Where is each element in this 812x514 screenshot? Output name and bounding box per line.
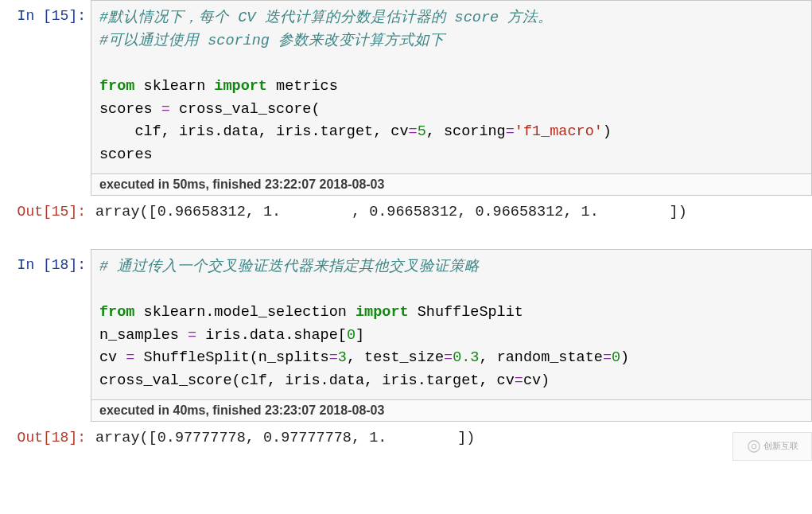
kw-import: import bbox=[214, 78, 267, 95]
input-content: # 通过传入一个交叉验证迭代器来指定其他交叉验证策略 from sklearn.… bbox=[91, 249, 812, 422]
paren: ) bbox=[603, 123, 612, 140]
paren: ) bbox=[620, 349, 629, 366]
input-content: #默认情况下，每个 CV 迭代计算的分数是估计器的 score 方法。 #可以通… bbox=[91, 0, 812, 196]
args: , test_size bbox=[347, 349, 444, 366]
num: 5 bbox=[418, 123, 426, 140]
watermark-logo: 创新互联 bbox=[732, 432, 812, 461]
cell-gap bbox=[0, 235, 812, 249]
call: cross_val_score(clf, iris.data, iris.tar… bbox=[99, 372, 515, 389]
op-eq: = bbox=[188, 327, 196, 344]
call: ShuffleSplit(n_splits bbox=[134, 349, 328, 366]
in-prompt: In [18]: bbox=[0, 249, 91, 422]
kw-import: import bbox=[355, 304, 409, 321]
watermark-text: 创新互联 bbox=[763, 440, 798, 452]
module: sklearn bbox=[134, 78, 214, 95]
output-cell: Out[15]: array([0.96658312, 1. , 0.96658… bbox=[0, 196, 812, 235]
op-eq: = bbox=[603, 349, 612, 366]
op-eq: = bbox=[515, 372, 523, 389]
module-tail: ShuffleSplit bbox=[409, 304, 523, 321]
output-content: array([0.97777778, 0.97777778, 1. ]) bbox=[91, 422, 812, 461]
module-tail: metrics bbox=[267, 78, 338, 95]
output-content: array([0.96658312, 1. , 0.96658312, 0.96… bbox=[91, 196, 812, 235]
call: cross_val_score( bbox=[170, 101, 321, 118]
string: 'f1_macro' bbox=[515, 123, 603, 140]
comment: #可以通过使用 scoring 参数来改变计算方式如下 bbox=[99, 33, 445, 49]
op-eq: = bbox=[329, 349, 338, 366]
op-eq: = bbox=[161, 101, 170, 118]
comment: #默认情况下，每个 CV 迭代计算的分数是估计器的 score 方法。 bbox=[99, 10, 553, 26]
var: cv bbox=[99, 349, 126, 366]
num: 3 bbox=[338, 349, 347, 366]
num: 0 bbox=[612, 349, 620, 366]
output-text: array([0.96658312, 1. , 0.96658312, 0.96… bbox=[91, 196, 812, 235]
comment: # 通过传入一个交叉验证迭代器来指定其他交叉验证策略 bbox=[99, 259, 480, 275]
input-cell: In [18]: # 通过传入一个交叉验证迭代器来指定其他交叉验证策略 from… bbox=[0, 249, 812, 422]
num: 0 bbox=[347, 327, 355, 344]
args: , random_state bbox=[479, 349, 602, 366]
op-eq: = bbox=[126, 349, 134, 366]
module: sklearn.model_selection bbox=[134, 304, 355, 321]
output-text: array([0.97777778, 0.97777778, 1. ]) bbox=[91, 422, 812, 461]
svg-point-1 bbox=[752, 444, 756, 448]
bracket: ] bbox=[355, 327, 364, 344]
kw-from: from bbox=[99, 304, 134, 321]
kw-from: from bbox=[99, 78, 134, 95]
var: scores bbox=[99, 146, 153, 163]
op-eq: = bbox=[409, 123, 418, 140]
var: scores bbox=[99, 101, 161, 118]
code-area[interactable]: #默认情况下，每个 CV 迭代计算的分数是估计器的 score 方法。 #可以通… bbox=[91, 0, 812, 174]
input-cell: In [15]: #默认情况下，每个 CV 迭代计算的分数是估计器的 score… bbox=[0, 0, 812, 196]
num: 0.3 bbox=[453, 349, 479, 366]
output-cell: Out[18]: array([0.97777778, 0.97777778, … bbox=[0, 422, 812, 461]
execution-status: executed in 40ms, finished 23:23:07 2018… bbox=[91, 400, 812, 422]
svg-point-0 bbox=[748, 441, 759, 452]
logo-icon bbox=[747, 439, 761, 454]
execution-status: executed in 50ms, finished 23:22:07 2018… bbox=[91, 174, 812, 196]
var: n_samples bbox=[99, 327, 188, 344]
out-prompt: Out[18]: bbox=[0, 422, 91, 461]
args: cv) bbox=[523, 372, 550, 389]
in-prompt: In [15]: bbox=[0, 0, 91, 196]
code-area[interactable]: # 通过传入一个交叉验证迭代器来指定其他交叉验证策略 from sklearn.… bbox=[91, 249, 812, 400]
args: clf, iris.data, iris.target, cv bbox=[99, 123, 409, 140]
op-eq: = bbox=[506, 123, 515, 140]
op-eq: = bbox=[444, 349, 453, 366]
expr: iris.data.shape[ bbox=[196, 327, 347, 344]
args: , scoring bbox=[426, 123, 506, 140]
out-prompt: Out[15]: bbox=[0, 196, 91, 235]
